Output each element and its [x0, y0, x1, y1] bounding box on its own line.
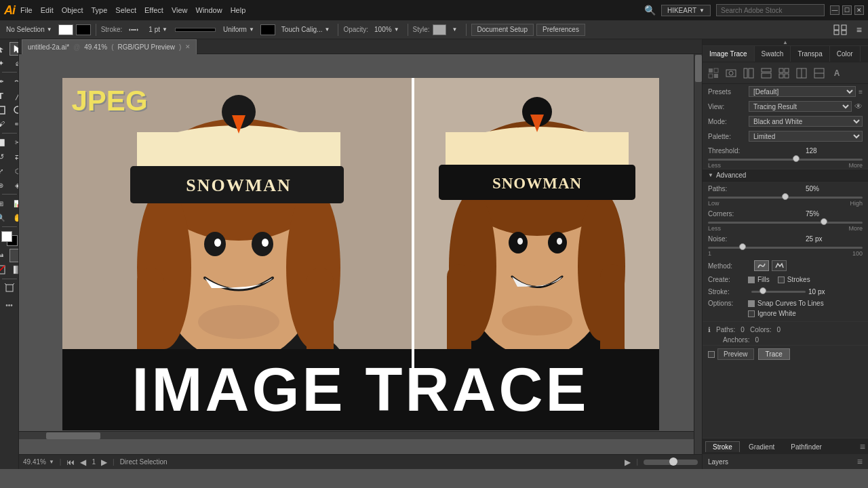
transpa-tab[interactable]: Transpa	[791, 46, 829, 62]
menu-effect[interactable]: Effect	[144, 6, 163, 14]
curvature-tool[interactable]: 〜	[9, 75, 19, 88]
strokes-checkbox[interactable]	[778, 277, 785, 283]
corners-slider-thumb[interactable]	[821, 218, 827, 225]
fill-swatch[interactable]	[58, 24, 73, 35]
stroke-swatch[interactable]	[76, 24, 91, 35]
minimize-button[interactable]: —	[830, 5, 840, 15]
direct-selection-tool[interactable]	[9, 42, 19, 56]
reflect-tool[interactable]: ⇄	[9, 150, 19, 163]
paths-slider-track[interactable]	[708, 197, 863, 199]
layout-3-btn[interactable]	[776, 66, 792, 81]
canvas-viewport[interactable]: SNOWMAN	[19, 54, 702, 454]
next-btn[interactable]: ▶	[101, 458, 107, 467]
no-selection-dropdown[interactable]: No Selection ▼	[3, 24, 56, 35]
presets-dropdown[interactable]: [Default]	[749, 86, 856, 97]
view-dropdown[interactable]: Tracing Result	[749, 101, 852, 112]
fill-color-swatch[interactable]	[1, 231, 12, 242]
scale-tool[interactable]: ⤢	[0, 164, 9, 178]
stroke-width-slider[interactable]	[751, 291, 806, 293]
type-tool[interactable]: T	[0, 89, 9, 102]
threshold-slider-track[interactable]	[708, 159, 863, 161]
noise-slider-thumb[interactable]	[739, 243, 746, 250]
scissors-tool[interactable]: ✂	[9, 136, 19, 149]
method-btn-2[interactable]	[772, 260, 787, 271]
presets-options-icon[interactable]: ≡	[859, 88, 863, 96]
layout-5-btn[interactable]	[811, 66, 827, 81]
layout-4-btn[interactable]	[793, 66, 810, 81]
stroke-tab[interactable]: Stroke	[705, 441, 740, 452]
prev-artboard-btn[interactable]: ⏮	[66, 458, 75, 467]
zoom-tool[interactable]: 🔍	[0, 211, 9, 224]
arrange-icons[interactable]	[830, 22, 850, 37]
vscroll-thumb[interactable]	[695, 55, 702, 82]
bottom-panel-menu-icon[interactable]: ≡	[860, 441, 865, 452]
panel-collapse-top[interactable]: ▲	[703, 39, 868, 46]
noise-slider-track[interactable]	[708, 247, 863, 249]
tab-close-button[interactable]: ✕	[185, 43, 191, 50]
document-tab[interactable]: untitled-2a.ai* @ 49.41% (RGB/GPU Previe…	[22, 39, 197, 54]
style-chevron-btn[interactable]: ▼	[449, 24, 461, 35]
preview-button[interactable]: Preview	[717, 348, 754, 360]
brush-dropdown[interactable]: Touch Calig... ▼	[278, 24, 334, 35]
threshold-slider-thumb[interactable]	[793, 155, 800, 162]
method-btn-1[interactable]	[754, 260, 769, 271]
reshape-tool[interactable]: ◈	[9, 178, 19, 192]
none-fill[interactable]	[0, 263, 9, 277]
gradient-fill[interactable]	[9, 263, 19, 277]
rectangle-tool[interactable]	[0, 103, 9, 117]
magic-wand-tool[interactable]: ✦	[0, 56, 9, 70]
swap-fill-stroke[interactable]: ⇄	[0, 249, 9, 262]
more-tools[interactable]: •••	[1, 298, 18, 312]
pencil-tool[interactable]: ✏	[9, 117, 19, 131]
symbol-tool[interactable]: ⊞	[0, 197, 9, 210]
ignore-white-checkbox[interactable]	[748, 310, 755, 317]
lasso-tool[interactable]: ⌀	[9, 56, 19, 70]
adobe-stock-search[interactable]	[716, 4, 825, 16]
palette-dropdown[interactable]: Limited	[749, 131, 863, 142]
stroke-icon[interactable]	[125, 22, 142, 37]
style-swatch[interactable]	[433, 24, 446, 35]
zoom-slider-thumb[interactable]	[669, 458, 677, 466]
artboard-tool[interactable]	[1, 281, 18, 295]
shear-tool[interactable]: ⬡	[9, 164, 19, 178]
pathfinder-tab[interactable]: Pathfinder	[783, 441, 829, 452]
trace-button[interactable]: Trace	[758, 348, 790, 360]
menu-select[interactable]: Select	[115, 6, 136, 14]
swatch-tab[interactable]: Swatch	[755, 46, 791, 62]
brush-swatch[interactable]	[260, 24, 275, 35]
snap-curves-checkbox[interactable]	[748, 300, 755, 307]
menu-window[interactable]: Window	[196, 6, 222, 14]
layout-2-btn[interactable]	[758, 66, 774, 81]
gradient-tab[interactable]: Gradient	[741, 441, 782, 452]
vertical-scrollbar[interactable]	[694, 54, 702, 454]
zoom-control[interactable]: 49.41% ▼	[23, 458, 54, 466]
corners-slider-track[interactable]	[708, 222, 863, 224]
default-colors[interactable]	[9, 249, 19, 262]
type-panel-icon-btn[interactable]: A	[829, 66, 845, 81]
menu-view[interactable]: View	[172, 6, 188, 14]
mode-dropdown[interactable]: Black and White	[749, 116, 863, 127]
selection-tool[interactable]	[0, 42, 9, 56]
color-tab[interactable]: Color	[830, 46, 861, 62]
rotate-tool[interactable]: ↺	[0, 150, 9, 163]
menu-object[interactable]: Object	[62, 6, 83, 14]
opacity-value[interactable]: 100% ▼	[371, 24, 403, 35]
preferences-button[interactable]: Preferences	[536, 24, 585, 36]
fills-checkbox[interactable]	[748, 277, 755, 283]
warp-tool[interactable]: ⊛	[0, 178, 9, 192]
stroke-value-dropdown[interactable]: 1 pt ▼	[145, 24, 171, 35]
play-btn[interactable]: ▶	[625, 458, 631, 467]
photo-icon-btn[interactable]	[723, 66, 739, 81]
advanced-section-header[interactable]: ▼ Advanced	[703, 169, 868, 182]
stroke-type-dropdown[interactable]: Uniform ▼	[220, 24, 258, 35]
graph-tool[interactable]: 📊	[9, 197, 19, 210]
horizontal-scrollbar[interactable]	[19, 431, 694, 439]
close-button[interactable]: ✕	[854, 5, 864, 15]
menu-edit[interactable]: Edit	[41, 6, 54, 14]
search-icon[interactable]: 🔍	[644, 5, 656, 16]
zoom-slider[interactable]	[644, 460, 698, 465]
layers-menu-icon[interactable]: ≡	[857, 456, 863, 467]
workspace-menu-icon[interactable]: ≡	[853, 22, 865, 37]
paintbrush-tool[interactable]: 🖌	[0, 117, 9, 131]
eraser-tool[interactable]: ⬜	[0, 136, 9, 149]
